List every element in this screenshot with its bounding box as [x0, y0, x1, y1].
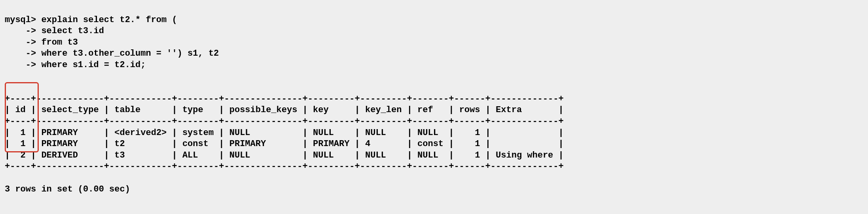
cell: system: [182, 128, 214, 138]
table-border-top: +----+-------------+------------+-------…: [5, 94, 564, 104]
cell: PRIMARY: [229, 139, 266, 149]
cell: NULL: [365, 128, 386, 138]
mysql-prompt: mysql>: [5, 15, 36, 25]
col-header-select-type: select_type: [41, 105, 99, 115]
cell: const: [182, 139, 208, 149]
continuation-prompt: ->: [5, 49, 36, 58]
continuation-prompt: ->: [5, 60, 36, 70]
cell: NULL: [417, 150, 438, 160]
cell: NULL: [313, 150, 334, 160]
cell: 1: [475, 128, 480, 138]
cell: t2: [114, 139, 125, 149]
col-header-possible-keys: possible_keys: [229, 105, 298, 115]
query-line-5: where s1.id = t2.id;: [41, 60, 146, 70]
col-header-key: key: [313, 105, 329, 115]
continuation-prompt: ->: [5, 38, 36, 47]
cell: t3: [114, 150, 125, 160]
cell: 1: [21, 139, 26, 149]
query-line-4: where t3.other_column = '') s1, t2: [41, 49, 219, 58]
cell: PRIMARY: [41, 128, 78, 138]
cell: NULL: [365, 150, 386, 160]
cell: const: [417, 139, 443, 149]
col-header-extra: Extra: [496, 105, 522, 115]
cell: DERIVED: [41, 150, 78, 160]
cell: 2: [21, 150, 26, 160]
query-line-3: from t3: [41, 38, 78, 47]
cell: NULL: [229, 128, 250, 138]
col-header-id: id: [15, 105, 25, 115]
col-header-table: table: [114, 105, 140, 115]
col-header-type: type: [182, 105, 203, 115]
explain-table: +----+-------------+------------+-------…: [5, 82, 863, 173]
cell: PRIMARY: [41, 139, 78, 149]
table-border-bottom: +----+-------------+------------+-------…: [5, 161, 564, 171]
cell: NULL: [229, 150, 250, 160]
sql-query-block: mysql> explain select t2.* from ( -> sel…: [5, 15, 863, 71]
cell: <derived2>: [114, 128, 167, 138]
cell: NULL: [417, 128, 438, 138]
cell: 1: [475, 150, 480, 160]
cell: NULL: [313, 128, 334, 138]
col-header-key-len: key_len: [365, 105, 402, 115]
terminal-output: mysql> explain select t2.* from ( -> sel…: [0, 0, 868, 214]
cell: 1: [21, 128, 26, 138]
cell: ALL: [182, 150, 198, 160]
table-border-mid: +----+-------------+------------+-------…: [5, 116, 564, 126]
result-summary: 3 rows in set (0.00 sec): [5, 184, 863, 195]
col-header-ref: ref: [417, 105, 433, 115]
continuation-prompt: ->: [5, 26, 36, 36]
cell: 4: [365, 139, 370, 149]
cell: Using where: [496, 150, 553, 160]
cell: PRIMARY: [313, 139, 349, 149]
query-line-1: explain select t2.* from (: [41, 15, 177, 25]
cell: 1: [475, 139, 480, 149]
col-header-rows: rows: [459, 105, 480, 115]
query-line-2: select t3.id: [41, 26, 104, 36]
